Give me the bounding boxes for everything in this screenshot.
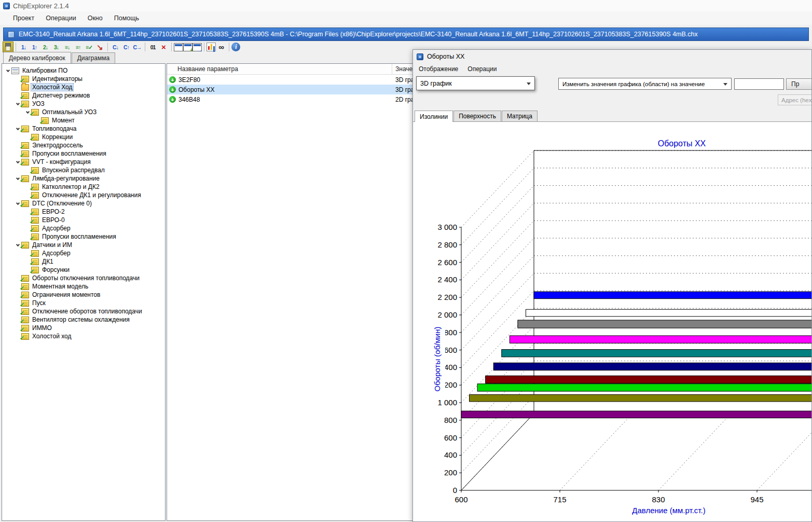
tree-item-label: Адсорбер [41, 250, 72, 257]
menu-graph-operations[interactable]: Операции [463, 64, 501, 74]
tree-item[interactable]: ДК1 [2, 257, 165, 266]
window-export-icon[interactable]: → [192, 43, 202, 51]
svg-text:945: 945 [750, 495, 763, 504]
value-input[interactable] [734, 78, 784, 90]
isoline-chart[interactable]: 02004006008001 0001 2001 4001 6001 8002 … [413, 122, 812, 522]
svg-text:600: 600 [455, 495, 467, 504]
list-prev-icon[interactable]: ≡↓ [62, 42, 73, 52]
save-icon[interactable] [3, 42, 13, 52]
export-icon[interactable]: ↘ [94, 42, 105, 52]
info-icon[interactable]: i [231, 43, 240, 51]
tab-surface[interactable]: Поверхность [453, 111, 501, 121]
tree-item[interactable]: Адсорбер [2, 224, 165, 232]
tree-item[interactable]: ЕВРО-2 [2, 208, 165, 216]
tree-item-label: Форсунки [41, 266, 71, 273]
tree-item[interactable]: Адсорбер [2, 249, 165, 257]
calibration-check-icon [21, 325, 29, 332]
tree-item[interactable]: DTC (Отключение 0) [2, 199, 165, 208]
svg-text:600: 600 [444, 433, 457, 442]
param-name: 346B48 [178, 96, 200, 103]
calibration-check-icon [31, 192, 39, 199]
address-field[interactable]: Адрес (hex [778, 94, 812, 105]
tree-item[interactable]: Топливоподача [2, 125, 165, 133]
tab-diagram[interactable]: Диаграмма [72, 52, 115, 63]
tree-item[interactable]: Датчики и ИМ [2, 241, 165, 249]
tab-calibration-tree[interactable]: Дерево калибровок [3, 52, 71, 63]
tree-item[interactable]: Форсунки [2, 266, 165, 274]
calibration-check-icon [21, 159, 29, 166]
tree-item[interactable]: Калибровки ПО [2, 66, 165, 75]
tree-item[interactable]: Коррекции [2, 133, 165, 141]
tree-item[interactable]: Пропуски воспламенения [2, 232, 165, 241]
window-icon[interactable] [174, 43, 183, 51]
tree-item[interactable]: Впускной распредвал [2, 166, 165, 174]
tree-item[interactable]: Холостой ход [2, 332, 165, 340]
param-name: 3E2F80 [178, 76, 200, 84]
tree-item[interactable]: VVT - конфигурация [2, 158, 165, 166]
tree-item[interactable]: ИММО [2, 324, 165, 332]
chevron-glyph [25, 109, 29, 113]
tree-item[interactable]: Отключение оборотов топливоподачи [2, 307, 165, 315]
tree-item[interactable]: Обороты отключения топливоподачи [2, 274, 165, 282]
calibration-check-icon [21, 200, 29, 207]
search-icon[interactable]: ∞ [216, 42, 227, 52]
goto-map-1-down-icon[interactable]: 1↓ [18, 42, 29, 52]
binary-view-icon[interactable]: 01 [147, 42, 158, 52]
copy-up-icon[interactable]: С↑ [121, 42, 132, 52]
goto-map-2-icon[interactable]: 2↓ [40, 42, 51, 52]
calibration-check-icon [21, 283, 29, 290]
tree-item[interactable]: Момент [2, 116, 165, 125]
graph-window-titlebar[interactable]: Обороты ХХ [413, 50, 811, 63]
tree-item[interactable]: Пуск [2, 299, 165, 307]
calibration-root-icon [11, 67, 19, 74]
tree-item[interactable]: Идентификаторы [2, 75, 165, 83]
calibration-check-icon [21, 101, 29, 107]
tree-item[interactable]: Моментная модель [2, 282, 165, 291]
tree-item[interactable]: Лямбда-регулирование [2, 174, 165, 183]
tree-item[interactable]: Отключение ДК1 и регулирования [2, 191, 165, 199]
tree-item[interactable]: Оптимальный УОЗ [2, 108, 165, 116]
tree-item-label: Моментная модель [31, 283, 89, 290]
menu-project[interactable]: Проект [7, 13, 40, 23]
main-menubar: ПроектОперацииОкноПомощь [0, 11, 812, 25]
apply-button[interactable]: Пр [786, 78, 812, 90]
copy-down-icon[interactable]: С↓ [110, 42, 121, 52]
tree-item[interactable]: Катколлектор и ДК2 [2, 183, 165, 191]
delete-icon[interactable]: × [158, 42, 169, 52]
calibration-check-icon [21, 292, 29, 298]
tree-item-label: УОЗ [31, 100, 46, 107]
toolbar-separator [107, 43, 108, 51]
tab-matrix[interactable]: Матрица [502, 111, 538, 121]
svg-text:2 200: 2 200 [437, 293, 457, 301]
list-next-icon[interactable]: ≡↑ [73, 42, 84, 52]
calibration-tree-panel: Калибровки ПОИдентификаторыХолостой ХодД… [2, 63, 166, 521]
tree-item[interactable]: Электродроссель [2, 141, 165, 149]
tree-item[interactable]: Диспетчер режимов [2, 91, 165, 100]
tree-item-label: Момент [51, 117, 76, 124]
view-mode-select[interactable]: 3D график [416, 76, 535, 90]
chart-icon[interactable] [207, 43, 216, 51]
goto-map-3-icon[interactable]: 3↓ [51, 42, 62, 52]
tree-item[interactable]: Холостой Ход [2, 83, 165, 91]
tree-item[interactable]: Пропуски воспламенения [2, 149, 165, 158]
menu-window[interactable]: Окно [82, 13, 108, 23]
menu-help[interactable]: Помощь [108, 13, 145, 23]
tree-item[interactable]: Вентилятор системы охлаждения [2, 315, 165, 324]
window-add-icon[interactable]: + [183, 43, 192, 51]
goto-map-1-up-icon[interactable]: 1↑ [29, 42, 40, 52]
column-header-name[interactable]: Название параметра [167, 64, 392, 74]
calibration-check-icon [21, 142, 29, 149]
tree-item[interactable]: УОЗ [2, 100, 165, 108]
menu-display[interactable]: Отображение [414, 64, 463, 74]
calibration-check-icon [31, 134, 39, 141]
tree-item[interactable]: ЕВРО-0 [2, 216, 165, 224]
menu-operations[interactable]: Операции [40, 13, 81, 23]
copy-right-icon[interactable]: С→ [132, 42, 143, 52]
svg-text:2 000: 2 000 [437, 310, 457, 319]
app-title: ChipExplorer 2.1.4 [13, 2, 69, 10]
operation-select[interactable]: Изменить значения графика (области) на з… [558, 78, 732, 90]
tree-item[interactable]: Ограничения моментов [2, 291, 165, 299]
list-check-icon[interactable]: ≡✓ [84, 42, 94, 52]
tab-isolines[interactable]: Изолинии [415, 111, 453, 122]
chevron-down-icon[interactable] [4, 70, 11, 72]
